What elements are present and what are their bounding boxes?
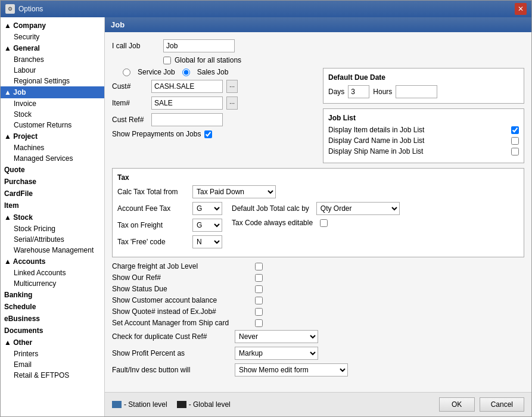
display-ship-checkbox[interactable] — [511, 148, 519, 155]
global-row: Global for all stations — [112, 56, 524, 64]
set-account-label: Set Account Manager from Ship card — [112, 319, 255, 327]
show-status-checkbox[interactable] — [255, 285, 263, 293]
sidebar-item-customer-returns[interactable]: Customer Returns — [1, 120, 104, 130]
sidebar-item-machines[interactable]: Machines — [1, 142, 104, 153]
global-label: Global for all stations — [175, 56, 241, 64]
i-call-job-input[interactable] — [163, 39, 235, 52]
sidebar-item-project[interactable]: ▲ Project — [1, 130, 104, 142]
show-prepayments-checkbox[interactable] — [204, 130, 212, 138]
sidebar-item-purchase[interactable]: Purchase — [1, 176, 104, 188]
sidebar-item-branches[interactable]: Branches — [1, 54, 104, 65]
show-quote-row: Show Quote# instead of Ex.Job# — [112, 307, 524, 316]
sidebar-item-labour[interactable]: Labour — [1, 65, 104, 76]
days-input[interactable] — [348, 85, 369, 98]
tax-freight-select[interactable]: GNE — [192, 219, 222, 232]
days-label: Days — [328, 88, 344, 96]
station-legend-box — [112, 401, 122, 408]
panel-header: Job — [105, 17, 531, 32]
sidebar-item-multicurrency[interactable]: Multicurrency — [1, 278, 104, 289]
show-quote-checkbox[interactable] — [255, 308, 263, 316]
cancel-button[interactable]: Cancel — [480, 397, 524, 412]
sidebar-item-linked-accounts[interactable]: Linked Accounts — [1, 267, 104, 278]
display-card-label: Display Card Name in Job List — [328, 136, 508, 145]
titlebar: ⚙ Options ✕ — [1, 1, 531, 17]
station-legend: - Station level — [112, 400, 167, 409]
show-ref-row: Show Our Ref# — [112, 273, 524, 282]
set-account-checkbox[interactable] — [255, 319, 263, 327]
close-button[interactable]: ✕ — [515, 3, 527, 15]
sidebar-item-quote[interactable]: Quote — [1, 164, 104, 176]
tax-code-editable-checkbox[interactable] — [320, 219, 328, 227]
sidebar-item-regional[interactable]: Regional Settings — [1, 76, 104, 86]
sidebar-item-cardfile[interactable]: CardFile — [1, 188, 104, 200]
sidebar-item-company[interactable]: ▲ Company — [1, 20, 104, 32]
cust-ref-input[interactable] — [151, 113, 223, 126]
cust-hash-input[interactable] — [151, 80, 223, 93]
sales-job-radio[interactable] — [182, 69, 190, 76]
show-balance-checkbox[interactable] — [255, 297, 263, 304]
charge-freight-checkbox[interactable] — [255, 263, 263, 270]
show-profit-row: Show Profit Percent as MarkupMargin — [112, 347, 524, 360]
sidebar-item-printers[interactable]: Printers — [1, 348, 104, 359]
sidebar-item-email[interactable]: Email — [1, 359, 104, 370]
tax-freight-row: Tax on Freight GNE — [117, 219, 222, 232]
tax-code-editable-row: Tax Code always editable — [232, 219, 400, 227]
sidebar-item-item[interactable]: Item — [1, 200, 104, 211]
sidebar-item-accounts[interactable]: ▲ Accounts — [1, 256, 104, 267]
sidebar-item-documents[interactable]: Documents — [1, 325, 104, 337]
show-balance-row: Show Customer account balance — [112, 296, 524, 304]
tax-two-col: Account Fee Tax GNE Tax on Freight GNE — [117, 202, 519, 252]
sidebar-item-stock[interactable]: ▲ Stock — [1, 211, 104, 223]
display-ship-label: Display Ship Name in Job List — [328, 147, 508, 155]
global-checkbox[interactable] — [163, 57, 171, 64]
tax-label: Tax — [117, 173, 519, 182]
app-icon: ⚙ — [5, 4, 15, 14]
sidebar-item-job[interactable]: ▲ Job — [1, 86, 104, 98]
show-quote-label: Show Quote# instead of Ex.Job# — [112, 307, 255, 316]
right-panel: Job I call Job Global for all stations — [105, 17, 531, 416]
check-duplicate-select[interactable]: NeverWarningError — [235, 330, 318, 343]
sidebar-item-general[interactable]: ▲ General — [1, 42, 104, 54]
calc-tax-select[interactable]: Tax Paid Down Tax Exclusive Tax Inclusiv… — [192, 185, 276, 198]
tax-free-row: Tax 'Free' code NGE — [117, 235, 222, 248]
charge-freight-label: Charge freight at Job Level — [112, 262, 255, 270]
display-item-row: Display Item details in Job List — [328, 126, 519, 134]
sidebar-item-managed-services[interactable]: Managed Services — [1, 153, 104, 164]
show-profit-select[interactable]: MarkupMargin — [235, 347, 318, 360]
global-legend: - Global level — [177, 400, 231, 409]
sidebar-item-warehouse[interactable]: Warehouse Management — [1, 245, 104, 256]
show-profit-label: Show Profit Percent as — [112, 349, 231, 357]
display-card-checkbox[interactable] — [511, 137, 519, 145]
account-fee-tax-label: Account Fee Tax — [117, 204, 189, 213]
main-window: ⚙ Options ✕ ▲ Company Security ▲ General… — [0, 0, 532, 417]
sidebar-item-schedule[interactable]: Schedule — [1, 301, 104, 313]
show-ref-label: Show Our Ref# — [112, 273, 255, 282]
service-job-radio[interactable] — [123, 69, 130, 76]
sidebar-item-other[interactable]: ▲ Other — [1, 337, 104, 348]
fault-inv-select[interactable]: Show Memo edit form Show Text editor Do … — [235, 363, 348, 376]
item-hash-row: Item# ··· — [112, 97, 313, 110]
sidebar-item-invoice[interactable]: Invoice — [1, 98, 104, 109]
hours-input[interactable] — [396, 85, 437, 98]
tax-free-select[interactable]: NGE — [192, 235, 222, 248]
sidebar-item-security[interactable]: Security — [1, 32, 104, 42]
ok-button[interactable]: OK — [439, 397, 475, 412]
sidebar-item-serial[interactable]: Serial/Attributes — [1, 234, 104, 245]
default-job-total-row: Default Job Total calc by Qty OrderQty S… — [232, 202, 400, 215]
sidebar-item-stock-job[interactable]: Stock — [1, 109, 104, 120]
main-two-col: Service Job Sales Job Cust# ··· Item — [112, 68, 524, 168]
item-hash-ellipsis[interactable]: ··· — [226, 97, 238, 110]
account-fee-tax-select[interactable]: GNE — [192, 202, 222, 215]
sidebar-item-stock-pricing[interactable]: Stock Pricing — [1, 223, 104, 234]
display-item-checkbox[interactable] — [511, 126, 519, 134]
show-ref-checkbox[interactable] — [255, 274, 263, 282]
item-hash-input[interactable] — [151, 97, 223, 110]
cust-hash-label: Cust# — [112, 82, 148, 91]
tax-code-editable-label: Tax Code always editable — [232, 219, 313, 227]
cust-hash-ellipsis[interactable]: ··· — [226, 80, 238, 93]
sidebar-item-retail[interactable]: Retail & EFTPOS — [1, 370, 104, 381]
sidebar-item-banking[interactable]: Banking — [1, 289, 104, 301]
default-job-total-select[interactable]: Qty OrderQty ShipQty Invoice — [316, 202, 400, 215]
sidebar-item-ebusiness[interactable]: eBusiness — [1, 313, 104, 325]
fault-inv-label: Fault/Inv desc button will — [112, 366, 231, 374]
